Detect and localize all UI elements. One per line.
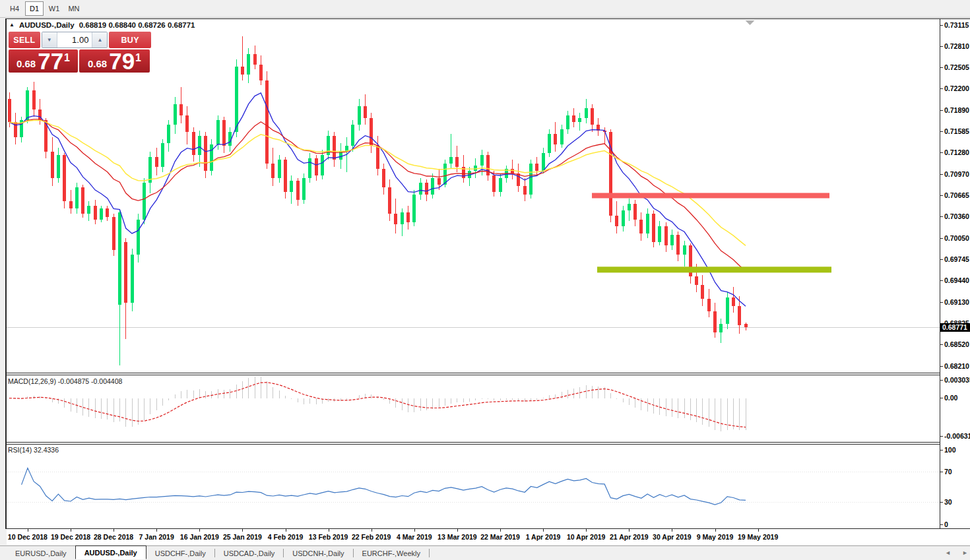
price-axis-tick — [940, 46, 943, 47]
tab-eurchf-weekly[interactable]: EURCHF-,Weekly — [354, 546, 429, 560]
price-axis-line[interactable] — [940, 18, 940, 528]
rsi-axis-tick — [940, 524, 943, 525]
date-tick-label: 28 Dec 2018 — [94, 533, 133, 541]
date-tick-label: 10 Dec 2018 — [8, 533, 48, 541]
bull-candle-body — [321, 155, 324, 176]
macd-axis-tick — [940, 380, 943, 381]
bull-candle-body — [131, 255, 134, 303]
bull-candle-body — [401, 212, 404, 224]
sell-price-box[interactable]: 0.68 77 1 — [9, 49, 78, 73]
sell-price-base: 0.68 — [16, 58, 36, 69]
tab-eurusd-daily[interactable]: EURUSD-,Daily — [7, 546, 75, 560]
bear-candle-body — [124, 242, 127, 303]
price-axis-tick — [940, 195, 943, 196]
date-tick-label: 22 Mar 2019 — [480, 533, 520, 541]
bear-candle-body — [511, 169, 514, 173]
bear-candle-body — [486, 155, 490, 176]
bull-candle-body — [578, 118, 581, 122]
chart-ohlc-values: 0.68819 0.68840 0.68726 0.68771 — [79, 21, 195, 29]
bull-candle-body — [351, 125, 354, 146]
bull-candle-body — [75, 187, 79, 208]
bull-candle-body — [431, 178, 434, 195]
bull-candle-body — [235, 67, 238, 132]
bear-candle-body — [333, 136, 336, 160]
bull-candle-body — [542, 153, 545, 171]
tab-usdchf-daily[interactable]: USDCHF-,Daily — [146, 546, 214, 560]
date-tick-label: 25 Jan 2019 — [223, 533, 262, 541]
chart-shift-marker-icon[interactable] — [746, 20, 755, 25]
price-tick-label: 0.72505 — [944, 63, 969, 71]
date-axis-tick — [457, 529, 458, 532]
bull-candle-body — [278, 160, 281, 177]
price-tick-label: 0.73115 — [944, 21, 969, 29]
bull-candle-body — [290, 181, 293, 192]
collapse-subwindow-icon[interactable]: ▲ — [9, 22, 15, 28]
bear-candle-body — [259, 65, 263, 80]
buy-price-pips: 79 — [109, 49, 135, 73]
date-tick-label: 21 Apr 2019 — [610, 533, 649, 541]
price-tick-label: 0.68210 — [944, 362, 969, 370]
price-axis-tick — [940, 152, 943, 153]
bear-candle-body — [81, 187, 84, 214]
bear-candle-body — [106, 208, 109, 217]
price-axis-tick — [940, 174, 943, 175]
bear-candle-body — [8, 99, 11, 122]
bull-candle-body — [683, 245, 686, 255]
bull-candle-body — [419, 183, 422, 195]
tab-audusd-daily[interactable]: AUDUSD-,Daily — [75, 545, 146, 559]
bear-candle-body — [695, 276, 698, 285]
rsi-axis-tick — [940, 502, 943, 503]
bear-candle-body — [179, 104, 183, 115]
buy-price-box[interactable]: 0.68 79 1 — [79, 49, 150, 73]
main-macd-separator[interactable] — [6, 373, 940, 373]
bull-candle-body — [548, 134, 551, 152]
date-tick-label: 19 Dec 2018 — [51, 533, 90, 541]
bear-candle-body — [633, 204, 637, 220]
bear-candle-body — [376, 146, 379, 169]
tab-scroll-right-icon[interactable]: ► — [962, 549, 968, 556]
bear-candle-body — [382, 169, 385, 187]
bull-candle-body — [118, 212, 121, 304]
bear-candle-body — [222, 120, 226, 146]
date-axis-tick — [715, 529, 716, 532]
bull-candle-body — [670, 235, 674, 245]
chart-title: ▲ AUDUSD-,Daily 0.68819 0.68840 0.68726 … — [9, 21, 195, 29]
tab-usdcad-daily[interactable]: USDCAD-,Daily — [215, 546, 284, 560]
timeframe-button-h4[interactable]: H4 — [5, 1, 24, 16]
bear-candle-body — [437, 178, 441, 185]
timeframe-button-mn[interactable]: MN — [65, 1, 83, 16]
price-tick-label: 0.69745 — [944, 255, 969, 263]
bull-candle-body — [167, 125, 170, 142]
bear-candle-body — [535, 164, 538, 171]
price-axis-tick — [940, 259, 943, 260]
rsi-axis-tick — [940, 450, 943, 451]
bull-candle-body — [628, 204, 631, 211]
macd-indicator-chart[interactable] — [7, 375, 940, 441]
sell-button[interactable]: SELL — [9, 32, 40, 48]
resistance-line[interactable] — [592, 193, 829, 198]
support-line[interactable] — [597, 266, 831, 272]
bear-candle-body — [492, 175, 496, 191]
bear-candle-body — [639, 220, 643, 233]
volume-input[interactable]: 1.00 — [57, 32, 92, 47]
rsi-indicator-chart[interactable] — [7, 445, 940, 528]
timeframe-button-w1[interactable]: W1 — [45, 1, 63, 16]
bull-candle-body — [560, 129, 564, 144]
date-axis-tick — [28, 529, 28, 532]
buy-button[interactable]: BUY — [109, 32, 151, 48]
date-axis-tick — [500, 529, 501, 532]
tab-scroll-left-icon[interactable]: ◄ — [945, 549, 951, 556]
date-axis-tick — [672, 529, 672, 532]
volume-increase-icon[interactable]: ▲ — [92, 32, 107, 47]
timeframe-button-d1[interactable]: D1 — [25, 1, 44, 16]
bear-candle-body — [265, 80, 269, 164]
bull-candle-body — [57, 155, 60, 178]
macd-rsi-separator[interactable] — [6, 442, 940, 443]
volume-decrease-icon[interactable]: ▼ — [42, 32, 57, 47]
bear-candle-body — [394, 214, 397, 224]
macd-tick-label: 0.003035 — [944, 376, 970, 384]
bull-candle-body — [658, 226, 661, 241]
bear-candle-body — [112, 217, 115, 251]
tab-usdcnh-daily[interactable]: USDCNH-,Daily — [284, 546, 352, 560]
trading-terminal: H4D1W1MN ▲ AUDUSD-,Daily 0.68819 0.68840… — [0, 0, 970, 560]
